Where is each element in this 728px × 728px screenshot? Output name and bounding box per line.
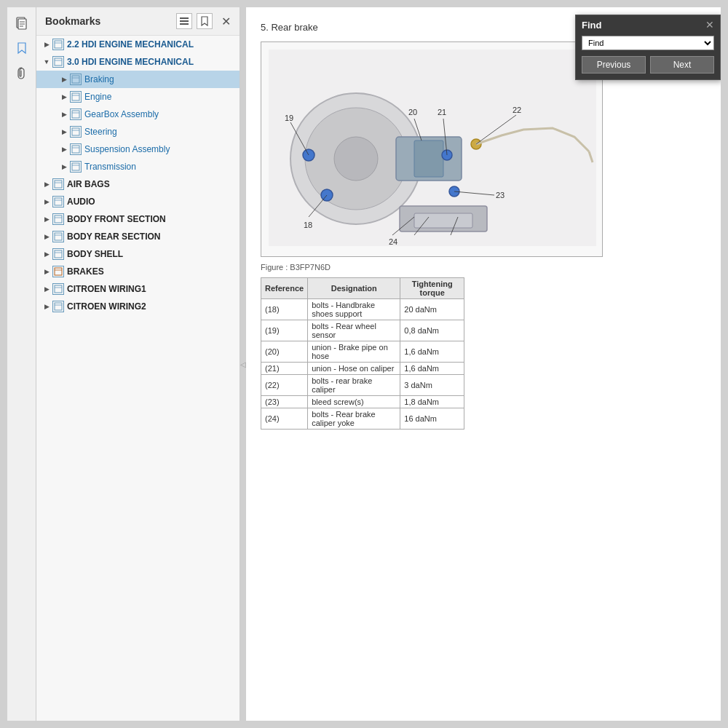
find-select[interactable]: Find xyxy=(582,36,714,50)
sidebar-header-icons: ✕ xyxy=(176,13,231,29)
tree-item-braking[interactable]: ▶ Braking xyxy=(36,71,240,88)
table-cell: bolts - Handbrake shoes support xyxy=(308,299,400,320)
tree-item-audio[interactable]: ▶ AUDIO xyxy=(36,193,240,210)
tree-item-hdi22[interactable]: ▶ 2.2 HDI ENGINE MECHANICAL xyxy=(36,36,240,53)
tree-item-brakes[interactable]: ▶ BRAKES xyxy=(36,263,240,280)
table-row: (23)bleed screw(s)1,8 daNm xyxy=(261,396,464,408)
table-cell: 3 daNm xyxy=(400,375,464,396)
sidebar: Bookmarks ✕ ▶ xyxy=(36,7,240,721)
brake-diagram: 18 19 20 21 22 23 xyxy=(269,50,596,246)
table-cell: 1,6 daNm xyxy=(400,341,464,363)
table-row: (19)bolts - Rear wheel sensor0,8 daNm xyxy=(261,320,464,341)
tree-item-wiring2[interactable]: ▶ CITROEN WIRING2 xyxy=(36,298,240,315)
content-area: 5. Rear brake xyxy=(246,7,721,721)
toolbar-icon-attachment[interactable] xyxy=(13,64,31,82)
arrow-icon: ▶ xyxy=(42,40,51,49)
tree-label: BODY REAR SECTION xyxy=(67,232,237,242)
arrow-icon: ▶ xyxy=(42,285,51,293)
node-icon xyxy=(70,91,82,103)
table-cell: 0,8 daNm xyxy=(400,320,464,341)
find-previous-button[interactable]: Previous xyxy=(582,56,646,74)
svg-text:21: 21 xyxy=(438,108,446,116)
node-icon xyxy=(52,56,64,68)
tree-item-engine[interactable]: ▶ Engine xyxy=(36,88,240,106)
sidebar-close-button[interactable]: ✕ xyxy=(221,15,231,28)
left-toolbar xyxy=(7,7,36,721)
col-header-torque: Tightening torque xyxy=(400,278,464,299)
svg-rect-22 xyxy=(72,163,79,170)
arrow-icon: ▶ xyxy=(42,197,51,206)
arrow-icon: ▶ xyxy=(60,92,68,101)
diagram-container: 18 19 20 21 22 23 xyxy=(261,41,603,257)
tree-label: AUDIO xyxy=(67,197,237,207)
svg-rect-26 xyxy=(55,198,62,205)
svg-text:20: 20 xyxy=(408,108,417,116)
arrow-icon: ▶ xyxy=(60,145,68,154)
tree-label: AIR BAGS xyxy=(67,179,237,189)
tree-label: Braking xyxy=(84,74,237,84)
find-next-button[interactable]: Next xyxy=(650,56,714,74)
toolbar-icon-bookmark[interactable] xyxy=(13,39,31,57)
tree-label: 2.2 HDI ENGINE MECHANICAL xyxy=(67,39,237,50)
svg-rect-32 xyxy=(55,250,62,258)
sidebar-list-icon[interactable] xyxy=(176,13,192,29)
arrow-icon: ▶ xyxy=(60,127,68,136)
table-cell: (23) xyxy=(261,396,308,408)
node-icon xyxy=(70,143,82,155)
tree-item-hdi30[interactable]: ▼ 3.0 HDI ENGINE MECHANICAL xyxy=(36,53,240,71)
table-cell: 1,6 daNm xyxy=(400,363,464,375)
table-cell: union - Hose on caliper xyxy=(308,363,400,375)
tree-item-gearbox[interactable]: ▶ GearBox Assembly xyxy=(36,106,240,123)
node-icon xyxy=(52,196,64,207)
tree-item-steering[interactable]: ▶ Steering xyxy=(36,123,240,141)
svg-text:23: 23 xyxy=(496,191,505,199)
node-icon xyxy=(70,161,82,173)
sidebar-title: Bookmarks xyxy=(45,15,100,27)
svg-text:19: 19 xyxy=(285,114,293,122)
table-row: (18)bolts - Handbrake shoes support20 da… xyxy=(261,299,464,320)
tree-item-wiring1[interactable]: ▶ CITROEN WIRING1 xyxy=(36,280,240,298)
table-cell: 1,8 daNm xyxy=(400,396,464,408)
arrow-icon: ▶ xyxy=(60,75,68,84)
find-dialog-close-button[interactable]: ✕ xyxy=(705,19,714,31)
tree-label: Steering xyxy=(84,127,237,137)
table-cell: (19) xyxy=(261,320,308,341)
tree-item-airbags[interactable]: ▶ AIR BAGS xyxy=(36,175,240,193)
table-cell: bolts - Rear brake caliper yoke xyxy=(308,408,400,430)
splitter[interactable] xyxy=(240,7,246,721)
svg-rect-45 xyxy=(414,141,443,177)
sidebar-bookmark-icon[interactable] xyxy=(197,13,213,29)
svg-rect-14 xyxy=(72,93,79,100)
col-header-reference: Reference xyxy=(261,278,308,299)
table-cell: (21) xyxy=(261,363,308,375)
svg-rect-52 xyxy=(414,213,472,228)
tree-item-bodyrear[interactable]: ▶ BODY REAR SECTION xyxy=(36,228,240,245)
svg-rect-5 xyxy=(180,17,189,19)
arrow-icon: ▶ xyxy=(42,215,51,223)
node-icon xyxy=(52,231,64,242)
svg-rect-28 xyxy=(55,215,62,223)
tree-item-bodyfront[interactable]: ▶ BODY FRONT SECTION xyxy=(36,210,240,228)
arrow-icon: ▶ xyxy=(42,232,51,241)
svg-rect-36 xyxy=(55,285,62,293)
svg-rect-12 xyxy=(72,76,79,83)
svg-rect-34 xyxy=(55,268,62,275)
node-icon xyxy=(52,283,64,295)
node-icon xyxy=(52,301,64,312)
table-cell: bleed screw(s) xyxy=(308,396,400,408)
arrow-icon: ▶ xyxy=(42,267,51,276)
node-icon xyxy=(52,39,64,50)
toolbar-icon-pages[interactable] xyxy=(13,15,31,32)
svg-rect-7 xyxy=(180,23,189,25)
tree-item-bodyshell[interactable]: ▶ BODY SHELL xyxy=(36,245,240,263)
node-icon xyxy=(70,126,82,138)
tree-label: 3.0 HDI ENGINE MECHANICAL xyxy=(67,57,237,67)
tree-label: GearBox Assembly xyxy=(84,109,237,119)
tree-item-transmission[interactable]: ▶ Transmission xyxy=(36,158,240,175)
table-cell: 16 daNm xyxy=(400,408,464,430)
table-cell: bolts - rear brake caliper xyxy=(308,375,400,396)
tree-item-suspension[interactable]: ▶ Suspension Assembly xyxy=(36,141,240,158)
svg-text:18: 18 xyxy=(304,221,312,229)
svg-rect-20 xyxy=(72,146,79,153)
table-cell: 20 daNm xyxy=(400,299,464,320)
